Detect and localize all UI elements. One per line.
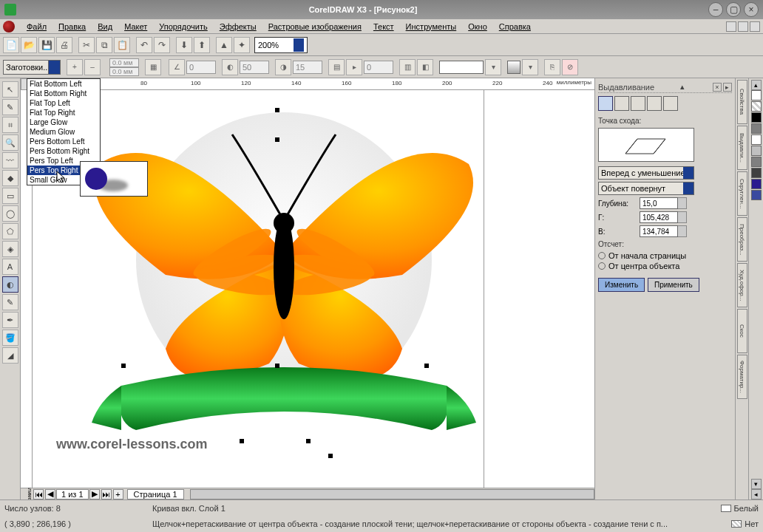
- import-button[interactable]: ⬇: [176, 37, 192, 53]
- fill-tool[interactable]: 🪣: [2, 330, 18, 346]
- docker-tab[interactable]: Худ.офор...: [737, 263, 747, 307]
- selection-handle[interactable]: [275, 108, 279, 112]
- menu-текст[interactable]: Текст: [367, 21, 400, 33]
- rectangle-tool[interactable]: ▭: [2, 188, 18, 204]
- menu-окно[interactable]: Окно: [462, 21, 493, 33]
- outline-tool[interactable]: ✒: [2, 312, 18, 328]
- palette-flyout-button[interactable]: ◂: [751, 489, 762, 499]
- save-button[interactable]: 💾: [38, 37, 55, 53]
- crop-tool[interactable]: ⌗: [2, 117, 18, 133]
- basic-shapes-tool[interactable]: ◈: [2, 241, 18, 257]
- maximize-button[interactable]: ▢: [726, 2, 741, 17]
- docker-tab[interactable]: Преобраз...: [737, 217, 747, 262]
- color-swatch[interactable]: [751, 157, 762, 167]
- color-swatch[interactable]: [751, 179, 762, 189]
- cut-button[interactable]: ✂: [78, 37, 95, 53]
- export-button[interactable]: ⬆: [194, 37, 210, 53]
- feather-dir-button[interactable]: ▸: [346, 59, 362, 75]
- paste-button[interactable]: 📋: [114, 37, 130, 53]
- extrude-light-tab[interactable]: [631, 96, 645, 111]
- shadow-offset-y[interactable]: 0.0 мм: [109, 67, 139, 76]
- close-button[interactable]: ×: [744, 2, 759, 17]
- extrude-bevel-tab[interactable]: [663, 96, 678, 111]
- docker-tab[interactable]: Скос: [737, 309, 747, 353]
- add-preset-button[interactable]: +: [67, 59, 83, 75]
- v-field[interactable]: 134,784: [640, 225, 678, 237]
- docker-close-button[interactable]: ×: [713, 83, 722, 92]
- app-launcher-button[interactable]: ▲: [216, 37, 232, 53]
- preset-option[interactable]: Pers Bottom Right: [27, 146, 100, 156]
- print-button[interactable]: 🖨: [56, 37, 72, 53]
- h-field[interactable]: 105,428: [640, 211, 678, 223]
- drawing-page[interactable]: www.corel-lessons.com: [33, 90, 594, 488]
- shadow-merge-dropdown[interactable]: ▾: [522, 59, 538, 75]
- shadow-color-dropdown[interactable]: ▾: [485, 59, 501, 75]
- text-tool[interactable]: A: [2, 259, 18, 275]
- selection-handle[interactable]: [424, 364, 429, 368]
- page-tab[interactable]: Страница 1: [127, 489, 184, 499]
- interactive-fill-tool[interactable]: ◢: [2, 347, 18, 364]
- measure-radio[interactable]: От начала страницы: [598, 251, 732, 260]
- first-page-button[interactable]: ⏮: [33, 489, 44, 499]
- open-button[interactable]: 📂: [21, 37, 37, 53]
- extrude-rotation-tab[interactable]: [614, 96, 629, 111]
- polygon-tool[interactable]: ⬠: [2, 223, 18, 239]
- add-page-button[interactable]: +: [113, 489, 123, 499]
- h-spinner[interactable]: [678, 211, 687, 223]
- doc-minimize-button[interactable]: [726, 21, 736, 32]
- extrude-color-tab[interactable]: [647, 96, 662, 111]
- zoom-tool[interactable]: 🔍: [2, 134, 18, 151]
- doc-restore-button[interactable]: [738, 21, 748, 32]
- shadow-fade-button[interactable]: ◧: [417, 59, 433, 75]
- color-swatch[interactable]: [751, 123, 762, 134]
- shape-tool[interactable]: ✎: [2, 99, 18, 115]
- doc-close-button[interactable]: [750, 21, 760, 32]
- docker-collapse-icon[interactable]: ▴: [680, 82, 685, 92]
- selection-handle[interactable]: [275, 137, 279, 142]
- preset-option[interactable]: Flat Top Right: [27, 108, 100, 117]
- apply-button[interactable]: Применить: [648, 278, 699, 292]
- pick-tool[interactable]: ↖: [2, 81, 18, 98]
- smart-fill-tool[interactable]: ◆: [2, 170, 18, 186]
- feather-edge-button[interactable]: ▥: [399, 59, 416, 75]
- fill-swatch[interactable]: [721, 505, 731, 512]
- preset-combo[interactable]: Заготовки...: [3, 60, 61, 75]
- docker-tab[interactable]: Скруглен...: [737, 171, 747, 216]
- shadow-offset-x[interactable]: 0.0 мм: [109, 58, 139, 67]
- last-page-button[interactable]: ⏭: [101, 489, 112, 499]
- color-swatch[interactable]: [751, 134, 762, 145]
- zoom-dropdown-icon[interactable]: [294, 38, 304, 52]
- undo-button[interactable]: ↶: [136, 37, 152, 53]
- shadow-merge-swatch[interactable]: [507, 61, 520, 74]
- prev-page-button[interactable]: ◀: [45, 489, 55, 499]
- next-page-button[interactable]: ▶: [89, 489, 100, 499]
- palette-scroll-down[interactable]: ▾: [751, 479, 762, 489]
- menu-растровые изображения[interactable]: Растровые изображения: [262, 21, 367, 33]
- selection-handle[interactable]: [275, 364, 279, 368]
- ellipse-tool[interactable]: ◯: [2, 205, 18, 222]
- trans-start-field[interactable]: 50: [240, 61, 269, 74]
- remove-preset-button[interactable]: –: [84, 59, 101, 75]
- menu-макет[interactable]: Макет: [118, 21, 153, 33]
- zoom-level-combo[interactable]: 200%: [254, 37, 308, 53]
- selection-handle[interactable]: [306, 439, 311, 443]
- color-swatch[interactable]: [751, 190, 762, 200]
- menu-справка[interactable]: Справка: [493, 21, 537, 33]
- preset-dropdown-icon[interactable]: [48, 61, 60, 74]
- color-swatch[interactable]: [751, 112, 762, 123]
- shadow-type-button[interactable]: ▦: [145, 59, 161, 75]
- feather-field[interactable]: 0: [364, 61, 393, 74]
- color-swatch[interactable]: [751, 101, 762, 112]
- preset-option[interactable]: Pers Bottom Left: [27, 137, 100, 146]
- minimize-button[interactable]: –: [708, 2, 723, 17]
- shadow-angle-field[interactable]: 0: [186, 61, 216, 74]
- menu-инструменты[interactable]: Инструменты: [400, 21, 463, 33]
- menu-эффекты[interactable]: Эффекты: [214, 21, 262, 33]
- preset-option[interactable]: Flat Bottom Left: [27, 79, 100, 89]
- trans-end-field[interactable]: 15: [293, 61, 322, 74]
- color-swatch[interactable]: [751, 146, 762, 156]
- menu-упорядочить[interactable]: Упорядочить: [153, 21, 213, 33]
- preset-option[interactable]: Flat Bottom Right: [27, 89, 100, 98]
- measure-radio[interactable]: От центра объекта: [598, 262, 732, 270]
- menu-вид[interactable]: Вид: [92, 21, 118, 33]
